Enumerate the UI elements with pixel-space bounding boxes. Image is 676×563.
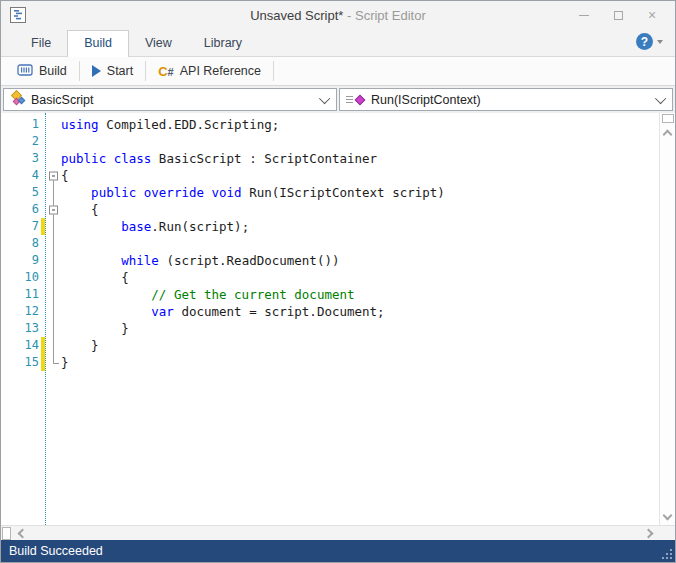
code-line[interactable]: var document = script.Document;	[46, 303, 659, 320]
class-dropdown-chevron-icon[interactable]	[319, 92, 330, 103]
code-line[interactable]: }	[46, 320, 659, 337]
scroll-right-icon[interactable]	[644, 528, 654, 538]
code-line[interactable]: public class BasicScript : ScriptContain…	[46, 150, 659, 167]
fold-margin	[46, 218, 61, 235]
code-line[interactable]: public override void Run(IScriptContext …	[46, 184, 659, 201]
script-editor-window: Unsaved Script* - Script Editor × File B…	[0, 0, 676, 563]
code-line[interactable]	[46, 133, 659, 150]
title-bar: Unsaved Script* - Script Editor ×	[1, 1, 675, 29]
help-button[interactable]: ?	[636, 33, 663, 50]
scroll-down-icon[interactable]	[663, 511, 673, 521]
line-number: 14	[13, 337, 39, 354]
code-line[interactable]: // Get the current document	[46, 286, 659, 303]
line-number: 11	[13, 286, 39, 303]
window-title-primary: Unsaved Script*	[250, 8, 343, 23]
toolbar-separator	[145, 61, 146, 81]
code-line[interactable]: {	[46, 269, 659, 286]
method-lines-glyph	[346, 96, 353, 103]
fold-margin	[46, 235, 61, 252]
code-line[interactable]: {	[46, 167, 659, 184]
class-icon	[10, 90, 26, 109]
member-dropdown[interactable]: Run(IScriptContext)	[339, 88, 673, 111]
build-button-label: Build	[39, 64, 67, 78]
help-dropdown-arrow-icon[interactable]	[657, 40, 663, 44]
line-number: 6	[13, 201, 39, 218]
fold-margin	[46, 354, 61, 371]
fold-collapse-icon[interactable]	[49, 171, 58, 180]
code-text: var document = script.Document;	[61, 303, 385, 320]
line-number: 13	[13, 320, 39, 337]
fold-margin	[46, 320, 61, 337]
line-number: 12	[13, 303, 39, 320]
maximize-button[interactable]	[605, 5, 631, 25]
h-splitter-handle[interactable]	[2, 527, 11, 540]
api-reference-label: API Reference	[180, 64, 261, 78]
tab-build[interactable]: Build	[67, 30, 129, 57]
resize-grip-icon[interactable]	[662, 549, 672, 559]
api-reference-button[interactable]: C# API Reference	[150, 61, 269, 82]
fold-margin	[46, 184, 61, 201]
line-number: 1	[13, 116, 39, 133]
scroll-up-icon[interactable]	[663, 130, 673, 140]
code-line[interactable]: while (script.ReadDocument())	[46, 252, 659, 269]
start-button-label: Start	[107, 64, 133, 78]
code-text: {	[61, 269, 129, 286]
line-number: 10	[13, 269, 39, 286]
help-question-icon: ?	[636, 33, 653, 50]
csharp-icon: C#	[158, 64, 174, 79]
close-button[interactable]: ×	[639, 5, 665, 25]
start-play-icon	[92, 65, 101, 77]
start-button[interactable]: Start	[84, 61, 141, 81]
code-text: {	[61, 167, 69, 184]
line-number: 2	[13, 133, 39, 150]
code-editor[interactable]: 123456789101112131415 using Compiled.EDD…	[1, 113, 675, 525]
line-number: 9	[13, 252, 39, 269]
code-text: public override void Run(IScriptContext …	[61, 184, 445, 201]
status-bar: Build Succeeded	[1, 540, 675, 562]
code-line[interactable]: }	[46, 337, 659, 354]
line-number-gutter: 123456789101112131415	[1, 116, 45, 525]
scroll-left-icon[interactable]	[18, 528, 28, 538]
class-dropdown-value: BasicScript	[31, 93, 94, 107]
code-line[interactable]: }	[46, 354, 659, 371]
build-toolbar: Build Start C# API Reference	[1, 57, 675, 86]
horizontal-scrollbar[interactable]	[1, 525, 675, 540]
scrollbar-corner	[660, 526, 675, 540]
build-button[interactable]: Build	[9, 60, 75, 83]
code-text: }	[61, 354, 69, 371]
code-line[interactable]	[46, 235, 659, 252]
fold-margin	[46, 116, 61, 133]
line-number: 7	[13, 218, 39, 235]
line-number: 4	[13, 167, 39, 184]
csharp-hash: #	[168, 66, 174, 78]
code-lines[interactable]: using Compiled.EDD.Scripting;public clas…	[46, 116, 659, 525]
code-line[interactable]: using Compiled.EDD.Scripting;	[46, 116, 659, 133]
fold-collapse-icon[interactable]	[49, 205, 58, 214]
code-text: // Get the current document	[61, 286, 355, 303]
tab-library-label: Library	[204, 36, 242, 50]
vertical-scrollbar[interactable]	[659, 113, 675, 525]
fold-margin[interactable]	[46, 201, 61, 218]
fold-margin	[46, 269, 61, 286]
build-icon	[17, 63, 33, 80]
code-line[interactable]: base.Run(script);	[46, 218, 659, 235]
splitter-handle[interactable]	[662, 114, 674, 123]
member-dropdown-value: Run(IScriptContext)	[371, 93, 481, 107]
ribbon-tab-row: File Build View Library ?	[1, 29, 675, 57]
tab-library[interactable]: Library	[188, 31, 258, 56]
editor-surface[interactable]: 123456789101112131415 using Compiled.EDD…	[1, 113, 659, 525]
code-text: {	[61, 201, 99, 218]
tab-file[interactable]: File	[15, 31, 67, 56]
fold-margin	[46, 303, 61, 320]
member-dropdown-chevron-icon[interactable]	[655, 92, 666, 103]
minimize-button[interactable]	[571, 5, 597, 25]
fold-margin	[46, 337, 61, 354]
class-dropdown[interactable]: BasicScript	[3, 88, 337, 111]
fold-margin[interactable]	[46, 167, 61, 184]
code-line[interactable]: {	[46, 201, 659, 218]
toolbar-separator	[79, 61, 80, 81]
tab-file-label: File	[31, 36, 51, 50]
window-title-secondary: - Script Editor	[343, 8, 425, 23]
code-text: using Compiled.EDD.Scripting;	[61, 116, 279, 133]
tab-view[interactable]: View	[129, 31, 188, 56]
